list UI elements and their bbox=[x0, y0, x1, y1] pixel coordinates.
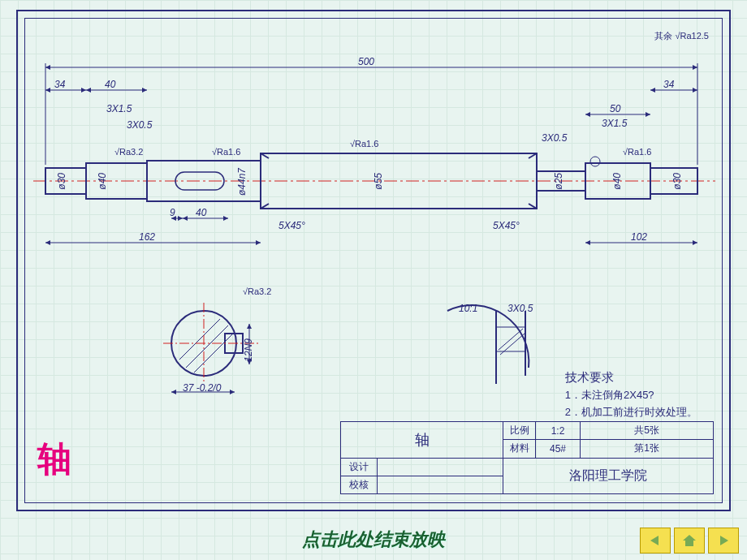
scale-label: 比例 bbox=[503, 422, 536, 440]
material-value: 45# bbox=[536, 440, 581, 458]
dim-key-40: 40 bbox=[196, 207, 206, 218]
dim-500: 500 bbox=[358, 56, 374, 67]
arrow-right-icon bbox=[715, 534, 732, 547]
scale-value: 1:2 bbox=[536, 422, 581, 440]
dim-dia30-l: ø30 bbox=[56, 173, 67, 190]
surface-default: 其余 √Ra12.5 bbox=[654, 30, 709, 42]
pages-total: 共5张 bbox=[581, 422, 714, 440]
inner-border: 500 40 34 3X1.5 3X0.5 50 34 3X1.5 3X0.5 … bbox=[24, 18, 723, 503]
dim-dia44n7: ø44n7 bbox=[236, 168, 248, 196]
dim-5x45-left: 5X45° bbox=[279, 220, 305, 231]
dim-37: 37 -0.2/0 bbox=[183, 382, 221, 394]
designer-label: 设计 bbox=[341, 458, 378, 476]
part-name: 轴 bbox=[341, 422, 503, 459]
ra32-sec: √Ra3.2 bbox=[243, 286, 271, 296]
detail-3x05: 3X0.5 bbox=[507, 303, 533, 314]
dim-12n9: 12N9 bbox=[243, 338, 254, 362]
ra16-mid: √Ra1.6 bbox=[350, 139, 378, 149]
ra16-left: √Ra1.6 bbox=[212, 147, 240, 157]
nav-buttons bbox=[640, 528, 739, 554]
tech-requirements: 技术要求 1．未注倒角2X45? 2．机加工前进行时效处理。 bbox=[565, 368, 697, 421]
ra32: √Ra3.2 bbox=[114, 147, 143, 157]
ra16-right: √Ra1.6 bbox=[623, 147, 651, 157]
dim-dia25: ø25 bbox=[553, 173, 564, 190]
page-no: 第1张 bbox=[581, 440, 714, 458]
dim-162: 162 bbox=[139, 231, 155, 243]
material-label: 材料 bbox=[503, 440, 536, 458]
dim-102: 102 bbox=[631, 231, 647, 243]
checker-label: 校核 bbox=[341, 476, 378, 493]
dim-3x05-left: 3X0.5 bbox=[127, 119, 152, 131]
dim-dia30-r: ø30 bbox=[671, 173, 683, 190]
home-icon bbox=[681, 533, 697, 548]
end-slideshow-hint[interactable]: 点击此处结束放映 bbox=[0, 528, 747, 552]
dim-34-left: 34 bbox=[54, 79, 65, 90]
detail-scale: 10:1 bbox=[459, 303, 477, 314]
dim-key-9: 9 bbox=[170, 207, 175, 218]
school: 洛阳理工学院 bbox=[503, 458, 714, 494]
dim-dia40-l: ø40 bbox=[97, 173, 108, 190]
title-block: 轴 比例 1:2 共5张 材料 45# 第1张 设计 洛阳理工学院 校核 bbox=[340, 421, 714, 494]
dim-50: 50 bbox=[610, 103, 620, 114]
dim-dia40-r: ø40 bbox=[611, 173, 623, 190]
dim-3x15-right: 3X1.5 bbox=[602, 118, 627, 129]
prev-slide-button[interactable] bbox=[640, 528, 671, 554]
next-slide-button[interactable] bbox=[708, 528, 739, 554]
dim-3x15-left: 3X1.5 bbox=[106, 103, 132, 114]
dim-dia55: ø55 bbox=[373, 173, 384, 190]
dim-40-left: 40 bbox=[105, 79, 115, 90]
home-button[interactable] bbox=[674, 528, 705, 554]
tech-req-1: 1．未注倒角2X45? bbox=[565, 387, 697, 404]
big-label: 轴 bbox=[37, 437, 71, 482]
tech-req-title: 技术要求 bbox=[565, 368, 697, 387]
dim-3x05-right: 3X0.5 bbox=[542, 132, 567, 144]
svg-point-13 bbox=[590, 157, 600, 166]
svg-line-37 bbox=[499, 329, 523, 350]
arrow-left-icon bbox=[647, 534, 663, 547]
drawing-frame: 500 40 34 3X1.5 3X0.5 50 34 3X1.5 3X0.5 … bbox=[16, 10, 731, 511]
tech-req-2: 2．机加工前进行时效处理。 bbox=[565, 404, 697, 421]
dim-34-right: 34 bbox=[663, 79, 674, 90]
dim-5x45-right: 5X45° bbox=[493, 220, 520, 231]
